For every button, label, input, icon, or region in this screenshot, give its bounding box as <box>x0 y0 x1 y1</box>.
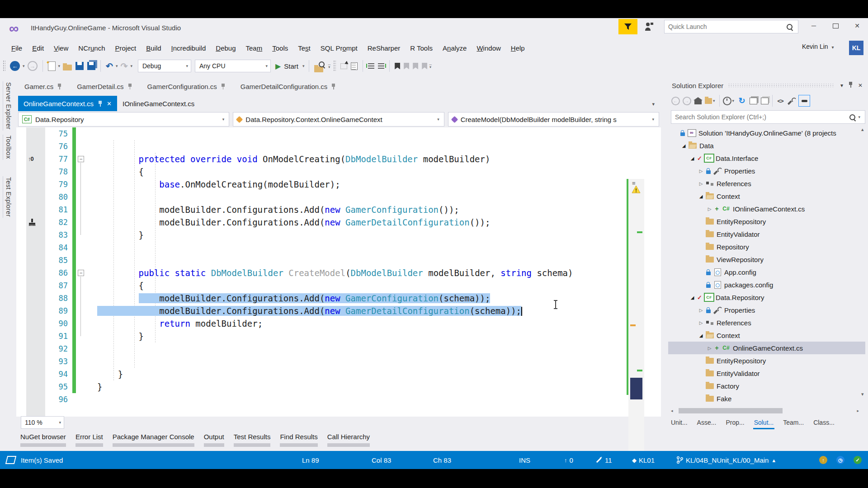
code-line-88[interactable]: 88 modelBuilder.Configurations.Add(new G… <box>16 292 640 305</box>
panel-tab-error-list[interactable]: Error List <box>75 433 103 451</box>
new-file-dropdown-icon[interactable]: ▾ <box>57 64 61 68</box>
code-line-92[interactable]: 92 <box>16 343 640 355</box>
scroll-up-icon[interactable]: ▴ <box>861 127 864 132</box>
expander-icon[interactable]: ▷ <box>706 206 713 211</box>
tree-item-data[interactable]: ◢Data <box>668 139 865 152</box>
code-line-95[interactable]: 95} <box>16 380 640 393</box>
zoom-control[interactable]: 110 %▾ <box>21 416 64 429</box>
toolbar-overflow-icon[interactable]: ─▾ <box>328 64 331 68</box>
home-button[interactable] <box>693 95 703 107</box>
ncrunch-filter-button[interactable] <box>618 19 637 34</box>
menu-item-help[interactable]: Help <box>506 42 530 55</box>
menu-item-analyze[interactable]: Analyze <box>438 42 472 55</box>
scrollbar-thumb[interactable] <box>630 378 642 399</box>
code-line-93[interactable]: 93 <box>16 355 640 368</box>
code-line-82[interactable]: 82 modelBuilder.Configurations.Add(new G… <box>16 216 640 229</box>
code-line-91[interactable]: 91 } <box>16 330 640 343</box>
code-line-78[interactable]: 78 { <box>16 165 640 178</box>
menu-item-sql-prompt[interactable]: SQL Prompt <box>316 42 363 55</box>
expander-icon[interactable]: ◢ <box>698 194 704 199</box>
scroll-right-icon[interactable]: ▸ <box>856 408 860 413</box>
forward-button[interactable]: → <box>682 95 691 107</box>
side-tab-test-explorer[interactable]: Test Explorer <box>3 176 14 218</box>
expander-icon[interactable]: ▷ <box>698 320 704 325</box>
panel-tab-test-results[interactable]: Test Results <box>234 433 271 451</box>
scroll-left-icon[interactable]: ◂ <box>670 408 674 413</box>
new-file-button[interactable]: ✦ <box>46 59 57 73</box>
solution-search-input[interactable] <box>671 113 849 121</box>
previous-bookmark-button[interactable] <box>402 59 411 73</box>
tree-item-references[interactable]: ▷References <box>668 316 865 329</box>
chevron-down-icon[interactable]: ▾ <box>436 117 440 122</box>
code-line-81[interactable]: 81 modelBuilder.Configurations.Add(new G… <box>16 203 640 216</box>
tree-item-entityvalidator[interactable]: EntityValidator <box>668 367 865 380</box>
code-line-83[interactable]: 83 } <box>16 229 640 241</box>
minimize-button[interactable]: ─ <box>805 19 823 33</box>
menu-item-resharper[interactable]: ReSharper <box>363 42 406 55</box>
undo-button[interactable]: ↶ <box>104 59 115 73</box>
chevron-down-icon[interactable]: ▾ <box>222 117 226 122</box>
preview-selected-items-button[interactable] <box>798 95 810 107</box>
expander-icon[interactable]: ◢ <box>698 333 704 338</box>
panel-splitter[interactable] <box>661 76 668 432</box>
open-file-button[interactable] <box>61 59 74 73</box>
code-editor[interactable]: 757677↑0− protected override void OnMode… <box>16 127 661 417</box>
tree-item-ionlinegamecontext-cs[interactable]: ▷+C#IOnlineGameContext.cs <box>668 202 865 215</box>
pending-edits-indicator[interactable]: 11 <box>596 451 612 469</box>
tree-item-context[interactable]: ◢Context <box>668 329 865 342</box>
pending-changes-filter-button[interactable]: ▾ <box>723 95 736 107</box>
code-line-90[interactable]: 90 return modelBuilder; <box>16 317 640 330</box>
menu-item-tools[interactable]: Tools <box>267 42 293 55</box>
pin-icon[interactable] <box>128 84 132 89</box>
pinned-tab-gamerconfiguration-cs[interactable]: GamerConfiguration.cs <box>147 83 225 90</box>
unpublished-commits-indicator[interactable]: ↑0 <box>564 451 573 469</box>
pin-icon[interactable] <box>221 84 225 89</box>
back-dropdown-icon[interactable]: ▾ <box>22 64 26 68</box>
tree-item-factory[interactable]: Factory <box>668 380 865 392</box>
redo-dropdown-icon[interactable]: ▾ <box>129 64 133 68</box>
code-line-96[interactable]: 96 <box>16 393 640 406</box>
code-line-85[interactable]: 85 <box>16 254 640 267</box>
navbar-dropdown-2[interactable]: CreateModel(DbModelBuilder modelBuilder,… <box>448 112 659 127</box>
pin-icon[interactable] <box>98 101 102 107</box>
close-icon[interactable]: ✕ <box>855 82 865 89</box>
pinned-tab-gamerdetailconfiguration-cs[interactable]: GamerDetailConfiguration.cs <box>241 83 336 90</box>
expander-icon[interactable]: ◢ <box>689 156 696 161</box>
tool-tab-asse[interactable]: Asse... <box>696 418 717 429</box>
solution-configuration-combo[interactable]: Debug▾ <box>138 60 191 72</box>
build-success-indicator[interactable]: ✓ <box>854 451 862 469</box>
save-button[interactable] <box>74 59 85 73</box>
panel-tab-nuget-browser[interactable]: NuGet browser <box>20 433 66 451</box>
menu-item-test[interactable]: Test <box>293 42 316 55</box>
tree-item-properties[interactable]: ▷Properties <box>668 304 865 316</box>
close-button[interactable]: ✕ <box>848 19 866 33</box>
tool-tab-class[interactable]: Class... <box>812 418 835 429</box>
pinned-tab-gamerdetail-cs[interactable]: GamerDetail.cs <box>77 83 132 90</box>
tree-item-entityrepository[interactable]: EntityRepository <box>668 354 865 367</box>
code-snippet-button[interactable] <box>349 59 359 73</box>
menu-item-incredibuild[interactable]: Incredibuild <box>166 42 211 55</box>
tree-vertical-scrollbar[interactable]: ▴ ▾ <box>860 127 867 398</box>
expander-icon[interactable]: ▷ <box>698 308 704 313</box>
repository-indicator[interactable]: ◆KL01 <box>632 451 655 469</box>
tree-item-references[interactable]: ▷References <box>668 177 865 190</box>
pin-icon[interactable] <box>57 84 61 89</box>
tool-tab-prop[interactable]: Prop... <box>725 418 745 429</box>
navbar-dropdown-1[interactable]: Data.Repository.Context.OnlineGameContex… <box>233 112 444 127</box>
tree-item-packages-config[interactable]: packages.config <box>668 278 865 291</box>
tree-item-entityrepository[interactable]: EntityRepository <box>668 215 865 228</box>
start-debugging-button[interactable]: ▶ Start ▾ <box>275 62 306 70</box>
code-cleanup-brush-icon[interactable] <box>29 219 35 226</box>
quick-launch-input[interactable] <box>665 23 787 30</box>
switch-views-button[interactable]: ▾ <box>705 95 716 107</box>
properties-button[interactable] <box>787 95 796 107</box>
toolbar-overflow-icon[interactable]: ─▾ <box>429 64 432 68</box>
code-line-76[interactable]: 76 <box>16 140 640 153</box>
menu-item-window[interactable]: Window <box>472 42 505 55</box>
navbar-dropdown-0[interactable]: C#Data.Repository▾ <box>18 112 229 127</box>
menu-item-file[interactable]: File <box>6 42 27 55</box>
tree-item-repository[interactable]: Repository <box>668 240 865 253</box>
next-bookmark-button[interactable] <box>411 59 420 73</box>
tree-item-context[interactable]: ◢Context <box>668 190 865 202</box>
panel-tab-output[interactable]: Output <box>204 433 224 451</box>
